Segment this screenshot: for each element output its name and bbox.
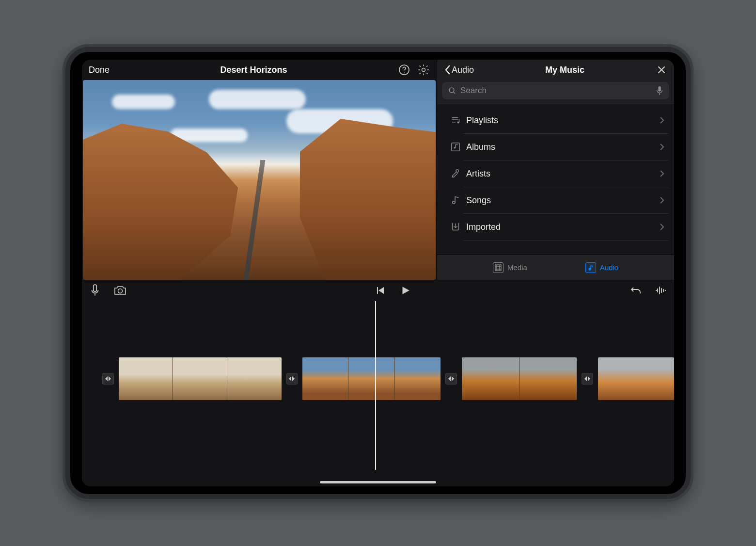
music-note-icon — [585, 262, 596, 273]
category-label: Imported — [464, 222, 660, 232]
device-frame: Done Desert Horizons — [65, 47, 691, 499]
chevron-right-icon — [660, 143, 664, 151]
playhead[interactable] — [375, 301, 376, 470]
preview-pane: Done Desert Horizons — [82, 60, 437, 280]
transition-icon[interactable] — [102, 373, 114, 385]
albums-icon — [447, 142, 464, 152]
search-field[interactable] — [442, 82, 669, 99]
play-button[interactable] — [399, 284, 411, 297]
chevron-right-icon — [660, 223, 664, 231]
camera-icon[interactable] — [114, 284, 126, 297]
microphone-icon[interactable] — [656, 86, 663, 96]
timeline-clip[interactable] — [302, 357, 441, 400]
music-category-list: Playlists Albums — [437, 104, 674, 255]
imported-icon — [447, 222, 464, 232]
category-albums[interactable]: Albums — [437, 134, 674, 160]
filmstrip-icon — [493, 262, 504, 273]
svg-rect-4 — [658, 86, 661, 92]
audio-tab[interactable]: Audio — [585, 262, 618, 273]
project-topbar: Done Desert Horizons — [82, 60, 437, 80]
artists-icon — [447, 168, 464, 179]
svg-point-9 — [453, 201, 456, 204]
close-icon — [657, 65, 666, 75]
timeline[interactable] — [82, 301, 674, 486]
category-label: Albums — [464, 142, 660, 152]
timeline-clip[interactable] — [598, 357, 674, 400]
search-input[interactable] — [460, 86, 652, 96]
category-songs[interactable]: Songs — [437, 187, 674, 213]
transition-icon[interactable] — [286, 373, 298, 385]
skip-back-button[interactable] — [374, 284, 386, 297]
chevron-right-icon — [660, 196, 664, 204]
category-imported[interactable]: Imported — [437, 214, 674, 240]
category-label: Songs — [464, 195, 660, 206]
settings-icon[interactable] — [417, 64, 430, 76]
edit-toolbar — [82, 280, 674, 301]
svg-point-13 — [118, 289, 123, 293]
category-label: Artists — [464, 169, 660, 179]
audio-browser-panel: Audio My Music — [437, 60, 674, 280]
transition-icon[interactable] — [582, 373, 593, 385]
done-button[interactable]: Done — [89, 65, 110, 75]
media-tab[interactable]: Media — [493, 262, 527, 273]
svg-point-1 — [404, 72, 405, 73]
audio-tab-label: Audio — [600, 263, 618, 272]
record-voiceover-icon[interactable] — [89, 284, 101, 297]
panel-header: Audio My Music — [437, 60, 674, 80]
search-icon — [448, 86, 457, 95]
help-icon[interactable] — [398, 64, 410, 76]
category-playlists[interactable]: Playlists — [437, 107, 674, 133]
media-tab-label: Media — [507, 263, 527, 272]
svg-rect-12 — [94, 285, 97, 291]
songs-icon — [447, 195, 464, 206]
back-label: Audio — [452, 65, 474, 75]
chevron-right-icon — [660, 170, 664, 177]
svg-point-2 — [422, 68, 425, 72]
undo-button[interactable] — [630, 284, 642, 297]
close-button[interactable] — [656, 64, 667, 76]
svg-point-8 — [456, 170, 459, 173]
playlists-icon — [447, 115, 464, 126]
transition-icon[interactable] — [445, 373, 457, 385]
video-preview[interactable] — [83, 80, 436, 280]
home-indicator[interactable] — [320, 481, 436, 483]
category-artists[interactable]: Artists — [437, 161, 674, 187]
svg-point-0 — [399, 65, 409, 75]
clips-track — [82, 357, 674, 400]
chevron-right-icon — [660, 116, 664, 124]
app-screen: Done Desert Horizons — [82, 60, 674, 486]
panel-footer: Media Audio — [437, 255, 674, 280]
chevron-left-icon — [444, 65, 451, 75]
panel-title: My Music — [474, 65, 656, 75]
svg-point-3 — [449, 88, 454, 93]
timeline-clip[interactable] — [462, 357, 577, 400]
category-label: Playlists — [464, 115, 660, 126]
top-row: Done Desert Horizons — [82, 60, 674, 280]
project-title: Desert Horizons — [110, 65, 398, 75]
timeline-clip[interactable] — [119, 357, 282, 400]
back-button[interactable]: Audio — [444, 65, 474, 75]
waveform-icon[interactable] — [655, 284, 667, 297]
svg-rect-10 — [495, 265, 501, 271]
